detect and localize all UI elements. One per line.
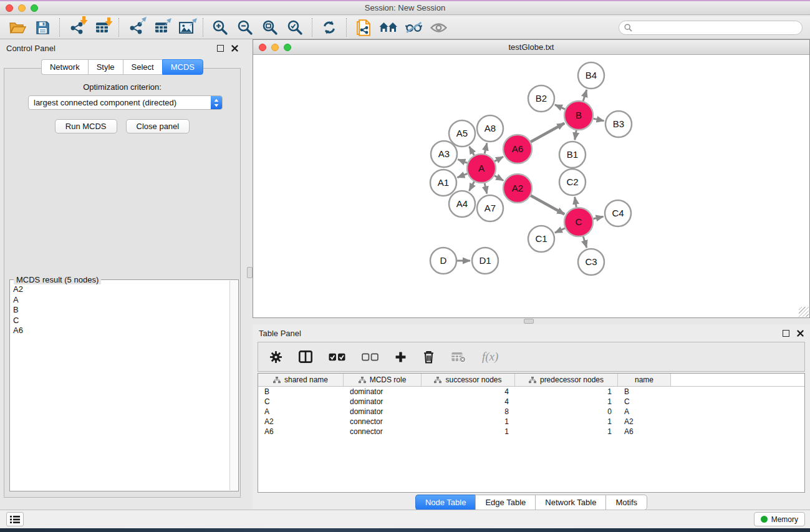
column-header-successor-nodes[interactable]: successor nodes: [422, 374, 515, 386]
network-edge-A-A5[interactable]: [470, 147, 475, 155]
table-row[interactable]: Adominator80A: [258, 407, 804, 417]
close-panel-button[interactable]: Close panel: [126, 119, 190, 133]
export-table-button[interactable]: [148, 17, 173, 37]
network-edge-C-C4[interactable]: [593, 216, 603, 219]
result-scrollbar[interactable]: [229, 281, 238, 490]
task-history-button[interactable]: [6, 512, 24, 526]
network-node-A5[interactable]: A5: [449, 120, 475, 147]
network-node-A2[interactable]: A2: [503, 174, 532, 203]
network-edge-A-A6[interactable]: [494, 157, 503, 161]
network-edge-B-B3[interactable]: [593, 118, 604, 121]
import-table-button[interactable]: [89, 17, 114, 37]
search-input[interactable]: [635, 23, 797, 32]
zoom-out-button[interactable]: [233, 17, 258, 37]
column-header-name[interactable]: name: [618, 374, 671, 386]
network-edge-A6-B[interactable]: [531, 123, 564, 142]
network-edge-A-A4[interactable]: [469, 181, 474, 191]
delete-table-button[interactable]: [451, 352, 466, 362]
network-node-A6[interactable]: A6: [503, 135, 532, 163]
zoom-selected-button[interactable]: [282, 17, 307, 37]
network-node-D[interactable]: D: [430, 248, 456, 274]
float-table-panel-icon[interactable]: [783, 330, 789, 337]
network-node-B1[interactable]: B1: [559, 142, 586, 168]
network-edge-A-A3[interactable]: [458, 160, 467, 163]
tab-style[interactable]: Style: [88, 59, 123, 75]
mcds-result-item[interactable]: A6: [11, 326, 229, 336]
network-node-A1[interactable]: A1: [430, 170, 456, 196]
network-edge-A-A8[interactable]: [485, 143, 487, 153]
mcds-result-item[interactable]: C: [11, 316, 229, 326]
export-image-button[interactable]: [173, 17, 198, 37]
table-row[interactable]: Cdominator41C: [258, 397, 804, 407]
column-header-predecessor-nodes[interactable]: predecessor nodes: [515, 374, 618, 386]
export-network-button[interactable]: [123, 17, 148, 37]
tab-edge-table[interactable]: Edge Table: [475, 495, 535, 510]
network-node-B[interactable]: B: [564, 101, 593, 130]
close-table-panel-icon[interactable]: [797, 330, 804, 337]
network-edge-A2-C[interactable]: [531, 196, 564, 215]
network-node-B4[interactable]: B4: [578, 62, 604, 89]
zoom-in-button[interactable]: [208, 17, 233, 37]
network-edge-A-A7[interactable]: [485, 183, 487, 193]
network-node-A8[interactable]: A8: [477, 115, 503, 142]
network-edge-B-B1[interactable]: [575, 130, 576, 140]
refresh-layout-button[interactable]: [317, 17, 342, 37]
tab-motifs[interactable]: Motifs: [605, 495, 647, 510]
column-split-button[interactable]: [299, 351, 312, 363]
network-edge-A-A1[interactable]: [457, 173, 467, 177]
horizontal-split-handle[interactable]: [524, 319, 534, 324]
run-mcds-button[interactable]: Run MCDS: [55, 119, 117, 133]
network-node-B3[interactable]: B3: [605, 111, 632, 137]
mcds-result-item[interactable]: A2: [11, 284, 229, 295]
function-builder-button[interactable]: f(x): [482, 350, 498, 364]
close-panel-icon[interactable]: [231, 45, 238, 52]
network-edge-C-C3[interactable]: [583, 236, 587, 248]
horizontal-split-divider[interactable]: [247, 318, 810, 324]
open-file-button[interactable]: [5, 17, 30, 37]
add-column-button[interactable]: [395, 351, 407, 363]
column-header-shared-name[interactable]: shared name: [258, 374, 344, 386]
tab-mcds[interactable]: MCDS: [162, 59, 203, 75]
zoom-fit-button[interactable]: [258, 17, 282, 37]
table-settings-button[interactable]: [269, 351, 282, 364]
delete-column-button[interactable]: [423, 350, 435, 364]
network-node-D1[interactable]: D1: [472, 248, 498, 274]
select-all-columns-button[interactable]: [329, 353, 345, 361]
network-node-C2[interactable]: C2: [559, 169, 586, 195]
tab-network[interactable]: Network: [41, 59, 88, 75]
table-row[interactable]: A2connector11A2: [258, 417, 804, 427]
network-edge-A-A2[interactable]: [494, 176, 503, 181]
resize-grip[interactable]: [799, 307, 809, 317]
hide-glasses-button[interactable]: [401, 17, 426, 37]
network-from-file-button[interactable]: [351, 17, 376, 37]
table-row[interactable]: A6connector11A6: [258, 427, 804, 437]
tab-node-table[interactable]: Node Table: [415, 495, 476, 510]
float-panel-icon[interactable]: [217, 45, 224, 52]
deselect-all-columns-button[interactable]: [362, 353, 378, 361]
network-edge-C-C1[interactable]: [555, 228, 565, 233]
eye-button[interactable]: [426, 17, 451, 37]
optimization-dropdown[interactable]: largest connected component (directed): [28, 95, 223, 110]
network-node-C3[interactable]: C3: [578, 249, 604, 275]
vertical-split-handle[interactable]: [247, 267, 253, 278]
memory-button[interactable]: Memory: [754, 512, 805, 526]
network-node-C1[interactable]: C1: [528, 226, 554, 252]
network-node-A[interactable]: A: [467, 154, 496, 183]
network-node-A7[interactable]: A7: [477, 195, 503, 221]
table-row[interactable]: Bdominator41B: [258, 387, 804, 397]
mcds-result-item[interactable]: B: [11, 305, 229, 316]
network-node-C4[interactable]: C4: [605, 200, 631, 226]
network-edge-C-C2[interactable]: [575, 197, 577, 208]
network-node-A3[interactable]: A3: [431, 141, 457, 167]
tab-select[interactable]: Select: [123, 59, 162, 75]
column-header-MCDS-role[interactable]: MCDS role: [344, 374, 422, 386]
network-canvas[interactable]: B4B2BB3A8A5A6A3B1AA1C2A2A4A7C4CC1C3DD1: [253, 55, 809, 317]
import-network-button[interactable]: [64, 17, 89, 37]
network-node-B2[interactable]: B2: [528, 85, 554, 112]
network-edge-B-B2[interactable]: [555, 105, 565, 109]
save-session-button[interactable]: [30, 17, 55, 37]
tab-network-table[interactable]: Network Table: [535, 495, 605, 510]
network-node-C[interactable]: C: [564, 208, 593, 236]
network-edge-B-B4[interactable]: [583, 90, 587, 101]
home-button[interactable]: [376, 17, 401, 37]
